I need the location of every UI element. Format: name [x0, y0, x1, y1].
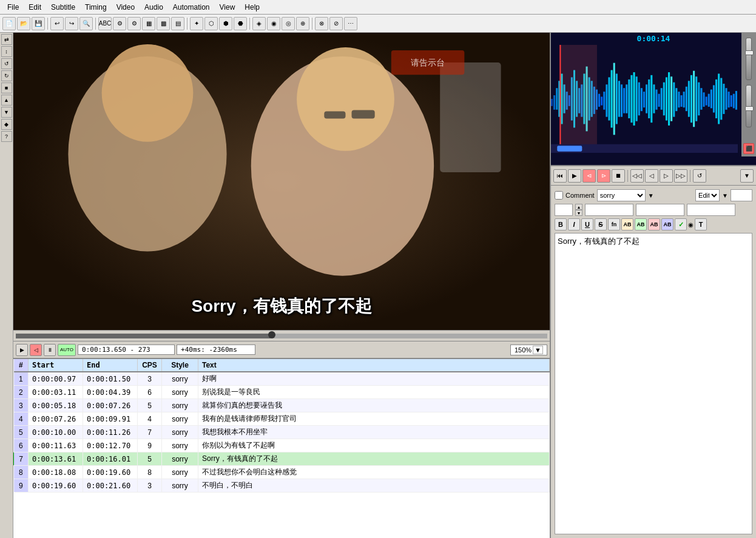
- tool8-button[interactable]: ⊕: [296, 17, 309, 30]
- tool9-button[interactable]: ⊗: [315, 17, 328, 30]
- comment-checkbox[interactable]: [555, 191, 563, 200]
- tp-next-button[interactable]: ▷▷: [674, 169, 687, 183]
- timecode-display[interactable]: 0:00:13.650 - 273: [78, 345, 175, 355]
- seekbar-thumb[interactable]: [268, 331, 275, 338]
- fn-button[interactable]: fn: [608, 218, 620, 230]
- format1-button[interactable]: ⚙: [113, 17, 126, 30]
- svg-rect-73: [703, 92, 705, 107]
- new-button[interactable]: 📄: [2, 17, 16, 30]
- tool11-button[interactable]: ⋯: [344, 17, 357, 30]
- tool7-button[interactable]: ◎: [282, 17, 295, 30]
- tool4-button[interactable]: ⬣: [234, 17, 247, 30]
- save-button[interactable]: 💾: [32, 17, 45, 30]
- menu-view[interactable]: View: [215, 2, 240, 13]
- pause-button[interactable]: ⏸: [44, 344, 56, 356]
- menu-video[interactable]: Video: [112, 2, 140, 13]
- table-row[interactable]: 3 0:00:05.18 0:00:07.26 5 sorry 就算你们真的想要…: [14, 399, 550, 412]
- table-row[interactable]: 2 0:00:03.11 0:00:04.39 6 sorry 别说我是一等良民: [14, 386, 550, 399]
- tool10-button[interactable]: ⊘: [329, 17, 343, 30]
- ab4-button[interactable]: AB: [661, 218, 673, 230]
- sidebar-icon-1[interactable]: ⇄: [1, 34, 12, 45]
- waveform-red-button[interactable]: ⬛: [743, 143, 754, 154]
- volume-slider-2[interactable]: [746, 85, 752, 127]
- tool3-button[interactable]: ⬢: [219, 17, 232, 30]
- duration-input[interactable]: 0:00:02.40: [687, 204, 735, 216]
- menu-automation[interactable]: Automation: [168, 2, 215, 13]
- underline-button[interactable]: U: [581, 218, 593, 230]
- play-button[interactable]: ▶: [16, 344, 28, 356]
- menu-subtitle[interactable]: Subtitle: [46, 2, 80, 13]
- ab2-button[interactable]: AB: [635, 218, 647, 230]
- open-button[interactable]: 📂: [17, 17, 30, 30]
- auto-button[interactable]: AUTO: [58, 344, 76, 356]
- sidebar-icon-5[interactable]: ■: [1, 82, 12, 93]
- layer-number[interactable]: 12: [731, 189, 752, 201]
- tp-rewind-button[interactable]: ⏮: [553, 169, 567, 183]
- tp-loop-button[interactable]: ↺: [693, 169, 706, 183]
- edit-mode-arrow[interactable]: ▼: [722, 192, 728, 199]
- italic-button[interactable]: I: [568, 218, 580, 230]
- tp-mark-in-button[interactable]: ⊲: [582, 169, 596, 183]
- start-time-input[interactable]: 0:00:13.61: [585, 204, 633, 216]
- tool6-button[interactable]: ◉: [267, 17, 280, 30]
- table-row[interactable]: 6 0:00:11.63 0:00:12.70 9 sorry 你别以为有钱了不…: [14, 439, 550, 452]
- find-button[interactable]: 🔍: [79, 17, 93, 30]
- table-row[interactable]: 9 0:00:19.60 0:00:21.60 3 sorry 不明白，不明白: [14, 479, 550, 493]
- sidebar-icon-4[interactable]: ↻: [1, 70, 12, 81]
- menu-timing[interactable]: Timing: [80, 2, 112, 13]
- format2-button[interactable]: ⚙: [127, 17, 141, 30]
- menu-edit[interactable]: Edit: [24, 2, 46, 13]
- svg-rect-34: [606, 84, 607, 116]
- redo-button[interactable]: ↪: [65, 17, 78, 30]
- sidebar-icon-7[interactable]: ▼: [1, 107, 12, 118]
- end-time-input[interactable]: 0:00:16.01: [636, 204, 684, 216]
- tool2-button[interactable]: ⬡: [204, 17, 218, 30]
- strikethrough-button[interactable]: S: [595, 218, 607, 230]
- sidebar-icon-6[interactable]: ▲: [1, 95, 12, 106]
- sidebar-icon-9[interactable]: ?: [1, 131, 12, 142]
- tp-stop-button[interactable]: ⏹: [612, 169, 625, 183]
- tp-mark-out-button[interactable]: ⊳: [597, 169, 610, 183]
- tp-play-button[interactable]: ▶: [568, 169, 581, 183]
- menu-file[interactable]: File: [2, 2, 24, 13]
- ab3-button[interactable]: AB: [648, 218, 660, 230]
- style-dropdown-arrow[interactable]: ▼: [648, 192, 654, 199]
- style-select[interactable]: sorry: [597, 189, 646, 201]
- tp-frame-back-button[interactable]: ◁: [645, 169, 658, 183]
- tool1-button[interactable]: ✦: [190, 17, 203, 30]
- commit-button[interactable]: ✓: [675, 218, 687, 230]
- undo-button[interactable]: ↩: [50, 17, 64, 30]
- menu-help[interactable]: Help: [240, 2, 265, 13]
- line-down-button[interactable]: ▼: [575, 210, 582, 216]
- tp-dropdown-button[interactable]: ▼: [740, 169, 754, 183]
- transform-button[interactable]: T: [695, 218, 707, 230]
- line-up-button[interactable]: ▲: [575, 204, 582, 210]
- table-row[interactable]: 7 0:00:13.61 0:00:16.01 5 sorry Sorry，有钱…: [14, 452, 550, 466]
- tool5-button[interactable]: ◈: [252, 17, 266, 30]
- table-row[interactable]: 5 0:00:10.00 0:00:11.26 7 sorry 我想我根本不用坐…: [14, 426, 550, 439]
- tp-frame-fwd-button[interactable]: ▷: [660, 169, 673, 183]
- spell-button[interactable]: ABC: [98, 17, 112, 30]
- bold-button[interactable]: B: [555, 218, 567, 230]
- format3-button[interactable]: ▦: [142, 17, 155, 30]
- tp-prev-button[interactable]: ◁◁: [630, 169, 644, 183]
- seekbar[interactable]: [16, 334, 547, 338]
- col-header-end: End: [83, 359, 138, 372]
- format5-button[interactable]: ▤: [171, 17, 184, 30]
- ab1-button[interactable]: AB: [621, 218, 633, 230]
- table-row[interactable]: 8 0:00:18.08 0:00:19.60 8 sorry 不过我想你不会明…: [14, 466, 550, 479]
- sidebar-icon-8[interactable]: ◆: [1, 119, 12, 130]
- sidebar-icon-2[interactable]: ↕: [1, 46, 12, 57]
- mark-in-button[interactable]: ◁: [30, 344, 42, 356]
- menu-audio[interactable]: Audio: [140, 2, 168, 13]
- table-row[interactable]: 1 0:00:00.97 0:00:01.50 3 sorry 好啊: [14, 372, 550, 386]
- format4-button[interactable]: ▩: [157, 17, 170, 30]
- seekbar-container[interactable]: [13, 330, 550, 341]
- zoom-dropdown[interactable]: ▼: [533, 346, 543, 354]
- edit-mode-select[interactable]: Edit: [695, 189, 720, 201]
- subtitle-textarea[interactable]: Sorry，有钱真的了不起: [555, 233, 752, 534]
- line-number-input[interactable]: 0: [555, 204, 573, 216]
- sidebar-icon-3[interactable]: ↺: [1, 58, 12, 69]
- volume-slider-1[interactable]: [746, 38, 752, 80]
- table-row[interactable]: 4 0:00:07.26 0:00:09.91 4 sorry 我有的是钱请律师…: [14, 412, 550, 426]
